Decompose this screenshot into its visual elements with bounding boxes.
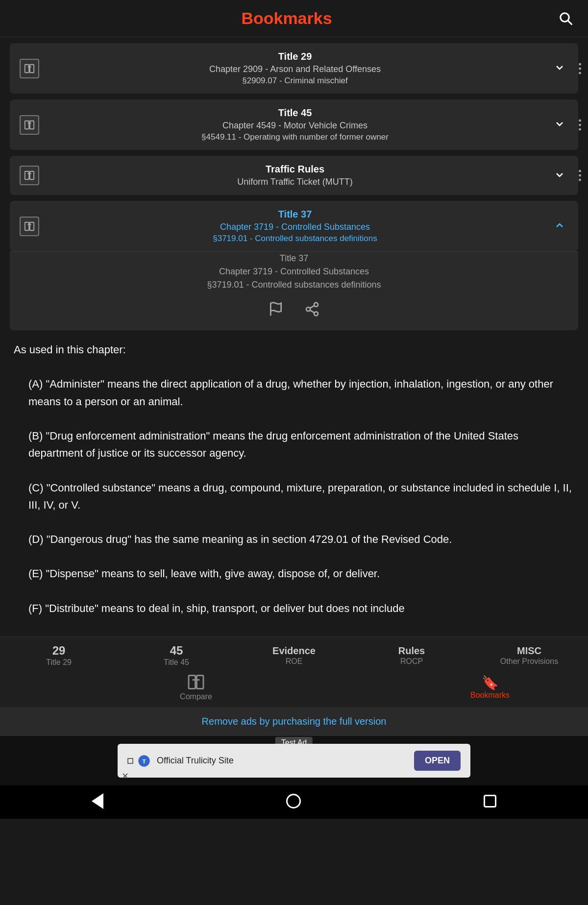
android-navigation-bar [0,785,588,819]
android-home-button[interactable] [286,794,301,808]
bookmark-chapter-3: Uniform Traffic Ticket (MUTT) [46,177,544,187]
bookmark-item-3: Traffic Rules Uniform Traffic Ticket (MU… [0,156,588,195]
svg-point-16 [306,307,310,311]
nav-text-evidence: Evidence [272,646,316,656]
ad-official-text: Official Trulicity Site [157,756,234,766]
bookmarks-nav-icon: 🔖 [482,675,499,691]
bookmark-title-4: Title 37 [46,209,544,220]
nav-bookmarks[interactable]: 🔖 Bookmarks [392,675,588,700]
bookmark-content-4: Title 37 Chapter 3719 - Controlled Subst… [46,209,544,244]
bookmark-chapter-4: Chapter 3719 - Controlled Substances [46,222,544,232]
bookmark-section-1: §2909.07 - Criminal mischief [46,76,544,86]
svg-line-18 [310,310,314,313]
svg-line-1 [568,21,572,24]
bookmark-content-1: Title 29 Chapter 2909 - Arson and Relate… [46,51,544,86]
svg-line-19 [310,306,314,308]
svg-point-15 [314,303,318,307]
expanded-action-icons [20,298,568,321]
bookmark-section-4: §3719.01 - Controlled substances definit… [46,234,544,244]
overflow-menu-3[interactable] [579,170,581,181]
chevron-down-icon-3[interactable] [551,166,568,185]
svg-text:T: T [142,758,146,764]
ad-logo-text: T Official Trulicity Site [127,754,234,768]
content-intro-text: As used in this chapter: [14,341,574,358]
svg-rect-12 [30,222,34,230]
svg-rect-21 [197,676,204,689]
ad-open-button[interactable]: OPEN [414,751,461,771]
svg-rect-3 [30,64,34,73]
content-item-f: (F) "Distribute" means to deal in, ship,… [28,600,574,617]
nav-label-rules: ROCP [400,658,423,665]
svg-rect-5 [25,121,29,129]
bookmark-content-2: Title 45 Chapter 4549 - Motor Vehicle Cr… [46,107,544,142]
bookmark-title-1: Title 29 [46,51,544,62]
bookmark-chapter-1: Chapter 2909 - Arson and Related Offense… [46,64,544,74]
bottom-nav-second-row: Compare 🔖 Bookmarks [0,673,588,707]
nav-label-misc: Other Provisions [500,658,558,665]
svg-rect-8 [25,171,29,180]
svg-rect-11 [25,222,29,230]
svg-rect-9 [30,171,34,180]
compare-icon-1[interactable] [20,59,39,78]
nav-text-misc: MISC [517,646,541,656]
nav-item-rules[interactable]: Rules ROCP [353,642,470,669]
compare-icon-4[interactable] [20,217,39,236]
nav-item-29[interactable]: 29 Title 29 [0,642,118,669]
svg-rect-6 [30,121,34,129]
chevron-down-icon-2[interactable] [551,115,568,134]
bookmark-row-2[interactable]: Title 45 Chapter 4549 - Motor Vehicle Cr… [10,99,578,150]
content-item-a: (A) "Administer" means the direct applic… [28,375,574,410]
overflow-menu-1[interactable] [579,63,581,74]
compare-icon-2[interactable] [20,115,39,135]
android-back-button[interactable] [92,793,103,809]
content-item-b: (B) "Drug enforcement administration" me… [28,427,574,462]
content-item-d: (D) "Dangerous drug" has the same meanin… [28,531,574,548]
page-title: Bookmarks [15,9,559,28]
svg-rect-2 [25,64,29,73]
bottom-navigation: 29 Title 29 45 Title 45 Evidence ROE Rul… [0,636,588,673]
android-recent-button[interactable] [484,795,496,807]
svg-point-17 [314,312,318,316]
bookmark-content-3: Traffic Rules Uniform Traffic Ticket (MU… [46,164,544,187]
compare-icon-3[interactable] [20,166,39,185]
nav-label-45: Title 45 [164,659,189,666]
remove-ads-banner[interactable]: Remove ads by purchasing the full versio… [0,707,588,736]
nav-number-45: 45 [170,645,183,657]
nav-label-evidence: ROE [286,658,303,665]
nav-item-misc[interactable]: MISC Other Provisions [470,642,588,669]
bookmark-section-2: §4549.11 - Operating with number of form… [46,132,544,142]
content-item-c: (C) "Controlled substance" means a drug,… [28,479,574,514]
ad-content-area: T Official Trulicity Site OPEN ✕ [118,744,470,778]
nav-item-45[interactable]: 45 Title 45 [118,642,235,669]
share-icon[interactable] [301,298,323,321]
bookmark-item-1: Title 29 Chapter 2909 - Arson and Relate… [0,43,588,94]
ad-banner: Test Ad T Official Trulicity Site OPEN ✕ [59,744,529,778]
ad-close-icon[interactable]: ✕ [122,771,129,782]
svg-rect-20 [189,676,196,689]
expanded-title-4: Title 37 Chapter 3719 - Controlled Subst… [20,252,568,292]
nav-compare[interactable]: Compare [0,673,392,701]
compare-nav-icon [187,673,205,691]
bookmark-item-4: Title 37 Chapter 3719 - Controlled Subst… [0,201,588,330]
bookmark-row-1[interactable]: Title 29 Chapter 2909 - Arson and Relate… [10,43,578,94]
bookmark-chapter-2: Chapter 4549 - Motor Vehicle Crimes [46,121,544,131]
bookmark-title-3: Traffic Rules [46,164,544,175]
bookmark-title-2: Title 45 [46,107,544,119]
bookmarks-nav-label: Bookmarks [470,691,510,700]
svg-point-0 [561,13,569,22]
chevron-down-icon-1[interactable] [551,59,568,78]
nav-item-evidence[interactable]: Evidence ROE [235,642,353,669]
search-icon[interactable] [559,11,573,26]
remove-ads-text: Remove ads by purchasing the full versio… [202,716,387,727]
content-item-e: (E) "Dispense" means to sell, leave with… [28,565,574,582]
content-intro: As used in this chapter: (A) "Administer… [14,341,574,617]
bookmark-row-4[interactable]: Title 37 Chapter 3719 - Controlled Subst… [10,201,578,251]
bookmark-row-3[interactable]: Traffic Rules Uniform Traffic Ticket (MU… [10,156,578,195]
overflow-menu-2[interactable] [579,119,581,130]
bookmark-item-2: Title 45 Chapter 4549 - Motor Vehicle Cr… [0,99,588,150]
ad-play-icon [127,758,133,764]
ad-brand-icon: T [137,754,151,768]
chevron-up-icon-4[interactable] [551,217,568,236]
flag-icon[interactable] [265,298,287,321]
nav-text-rules: Rules [398,646,425,656]
